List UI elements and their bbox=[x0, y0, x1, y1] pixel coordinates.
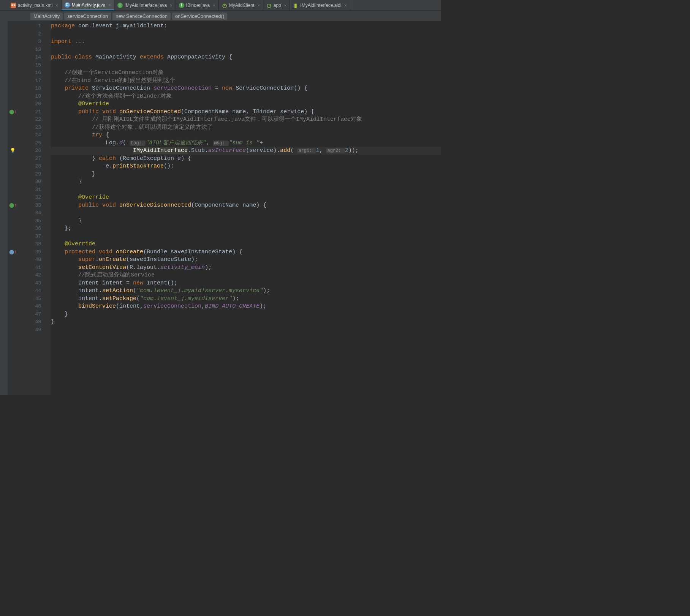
code-line[interactable] bbox=[51, 30, 441, 38]
line-number: 42 bbox=[19, 272, 41, 280]
code-line[interactable]: bindService(intent,serviceConnection,BIN… bbox=[51, 303, 441, 311]
tab-label: activity_main.xml bbox=[18, 3, 52, 8]
code-line[interactable] bbox=[51, 62, 441, 69]
code-area[interactable]: package com.levent_j.myaildclient;import… bbox=[51, 21, 441, 395]
inlay-hint: arg1: bbox=[297, 148, 316, 153]
code-line[interactable]: private ServiceConnection serviceConnect… bbox=[51, 85, 441, 93]
code-line[interactable]: intent.setPackage("com.levent_j.myaidlse… bbox=[51, 295, 441, 303]
code-line[interactable] bbox=[51, 326, 441, 334]
code-line[interactable]: } bbox=[51, 178, 441, 186]
code-line[interactable]: @Override bbox=[51, 194, 441, 202]
code-line[interactable] bbox=[51, 233, 441, 241]
breadcrumb-item[interactable]: serviceConnection bbox=[64, 13, 111, 20]
editor-body: ⬤↑💡⬤↑⬤↑ 12313141516171819202122232425262… bbox=[0, 21, 441, 395]
code-line[interactable]: //这个方法会得到一个IBinder对象 bbox=[51, 93, 441, 101]
code-line[interactable]: protected void onCreate(Bundle savedInst… bbox=[51, 248, 441, 256]
code-line[interactable]: Log.d( tag: "AIDL客户端返回结果", msg: "sum is … bbox=[51, 139, 441, 147]
line-number: 29 bbox=[19, 171, 41, 178]
code-line[interactable]: //创建一个ServiceConnection对象 bbox=[51, 69, 441, 77]
code-line[interactable]: @Override bbox=[51, 240, 441, 248]
java-interface-icon: I bbox=[117, 3, 123, 8]
tab-MyAildClient[interactable]: ◷MyAildClient× bbox=[219, 0, 263, 10]
close-icon[interactable]: × bbox=[108, 3, 111, 7]
code-line[interactable]: package com.levent_j.myaildclient; bbox=[51, 22, 441, 30]
code-line[interactable]: // 用刚刚AIDL文件生成的那个IMyAidlInterface.java文件… bbox=[51, 116, 441, 124]
tab-label: IMyAidlInterface.aidl bbox=[300, 3, 341, 8]
intention-bulb-icon[interactable]: 💡 bbox=[9, 147, 16, 155]
tab-label: MyAildClient bbox=[229, 3, 255, 8]
line-number: 13 bbox=[19, 46, 41, 54]
code-line[interactable]: try { bbox=[51, 131, 441, 139]
tab-activity_main-xml[interactable]: <>activity_main.xml× bbox=[8, 0, 62, 10]
tab-label: IMyAidlInterface.java bbox=[125, 3, 167, 8]
line-number: 36 bbox=[19, 225, 41, 233]
code-line[interactable]: } bbox=[51, 217, 441, 225]
code-line[interactable]: public void onServiceConnected(Component… bbox=[51, 108, 441, 116]
line-number: 41 bbox=[19, 264, 41, 272]
override-marker-icon[interactable]: ⬤↑ bbox=[9, 202, 16, 210]
code-line[interactable]: Intent intent = new Intent(); bbox=[51, 280, 441, 287]
code-line[interactable]: } catch (RemoteException e) { bbox=[51, 155, 441, 163]
line-number: 1 bbox=[19, 22, 41, 30]
line-number: 19 bbox=[19, 93, 41, 101]
module-icon: ◷ bbox=[266, 3, 272, 8]
line-number: 46 bbox=[19, 303, 41, 311]
code-line[interactable] bbox=[51, 186, 441, 194]
breadcrumb-item[interactable]: MainActivity bbox=[30, 13, 63, 20]
override-marker-icon[interactable]: ⬤↑ bbox=[9, 248, 16, 256]
line-number: 20 bbox=[19, 100, 41, 108]
breadcrumb-item[interactable]: new ServiceConnection bbox=[112, 13, 171, 20]
code-line[interactable]: } bbox=[51, 311, 441, 319]
code-line[interactable]: public void onServiceDisconnected(Compon… bbox=[51, 202, 441, 210]
code-line[interactable]: } bbox=[51, 171, 441, 178]
line-number: 33 bbox=[19, 202, 41, 210]
close-icon[interactable]: × bbox=[170, 3, 172, 8]
tabs-bar: <>activity_main.xml×CMainActivity.java×I… bbox=[0, 0, 441, 11]
code-line[interactable]: intent.setAction("com.levent_j.myaidlser… bbox=[51, 287, 441, 295]
code-line[interactable] bbox=[51, 209, 441, 217]
line-number: 18 bbox=[19, 85, 41, 93]
close-icon[interactable]: × bbox=[213, 3, 215, 8]
line-number: 34 bbox=[19, 209, 41, 217]
tab-app[interactable]: ◷app× bbox=[263, 0, 290, 10]
fold-column[interactable] bbox=[46, 21, 51, 395]
tab-label: MainActivity.java bbox=[72, 2, 105, 8]
line-number: 45 bbox=[19, 295, 41, 303]
code-line[interactable]: public class MainActivity extends AppCom… bbox=[51, 54, 441, 62]
code-line[interactable]: e.printStackTrace(); bbox=[51, 163, 441, 171]
tab-IMyAidlInterface-java[interactable]: IIMyAidlInterface.java× bbox=[114, 0, 176, 10]
java-interface-icon: I bbox=[179, 3, 184, 8]
code-line[interactable]: @Override bbox=[51, 100, 441, 108]
ide-editor: <>activity_main.xml×CMainActivity.java×I… bbox=[0, 0, 441, 395]
code-line[interactable]: }; bbox=[51, 225, 441, 233]
code-line[interactable]: super.onCreate(savedInstanceState); bbox=[51, 256, 441, 264]
line-number: 22 bbox=[19, 116, 41, 124]
close-icon[interactable]: × bbox=[55, 3, 58, 8]
code-line[interactable]: } bbox=[51, 318, 441, 326]
tab-IMyAidlInterface-aidl[interactable]: ▮IMyAidlInterface.aidl× bbox=[290, 0, 350, 10]
code-line[interactable]: //在bind Service的时候当然要用到这个 bbox=[51, 77, 441, 85]
line-number: 25 bbox=[19, 139, 41, 147]
code-line[interactable]: import ... bbox=[51, 38, 441, 46]
tab-label: app bbox=[274, 3, 281, 8]
tool-window-bar bbox=[0, 21, 8, 395]
tab-MainActivity-java[interactable]: CMainActivity.java× bbox=[62, 0, 114, 10]
line-number: 28 bbox=[19, 163, 41, 171]
java-class-icon: C bbox=[65, 2, 70, 8]
inlay-hint: msg: bbox=[213, 141, 229, 146]
tab-IBinder-java[interactable]: IIBinder.java× bbox=[176, 0, 219, 10]
close-icon[interactable]: × bbox=[344, 3, 347, 8]
code-line[interactable]: //隐式启动服务端的Service bbox=[51, 272, 441, 280]
code-line[interactable]: //获得这个对象，就可以调用之前定义的方法了 bbox=[51, 124, 441, 132]
breadcrumb-item[interactable]: onServiceConnected() bbox=[172, 13, 227, 20]
close-icon[interactable]: × bbox=[257, 3, 260, 8]
code-line[interactable] bbox=[51, 46, 441, 54]
override-marker-icon[interactable]: ⬤↑ bbox=[9, 108, 16, 116]
line-number: 38 bbox=[19, 240, 41, 248]
line-number: 3 bbox=[19, 38, 41, 46]
line-number: 32 bbox=[19, 194, 41, 202]
code-line[interactable]: IMyAidlInterface.Stub.asInterface(servic… bbox=[51, 147, 441, 155]
code-line[interactable]: setContentView(R.layout.activity_main); bbox=[51, 264, 441, 272]
line-number-gutter: 1231314151617181920212223242526272829303… bbox=[19, 21, 46, 395]
close-icon[interactable]: × bbox=[284, 3, 286, 8]
